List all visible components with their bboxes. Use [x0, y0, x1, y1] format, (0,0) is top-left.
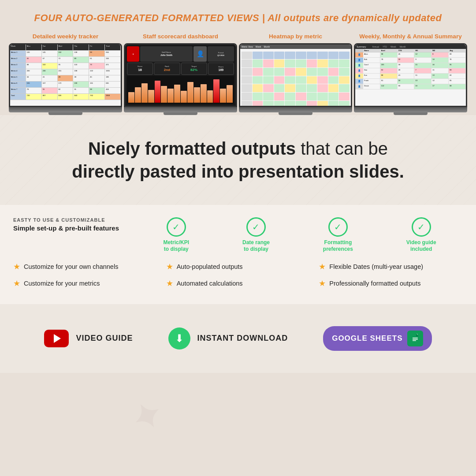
instant-download-item[interactable]: ⬇ INSTANT DOWNLOAD: [168, 327, 288, 350]
laptop-screen-dashboard: ● Staff Name John Smith 👤 Period Q3 2024: [124, 43, 237, 107]
features-col1: ★ Customize for your own channels ★ Cust…: [13, 262, 157, 292]
laptop-label-weekly: Detailed weekly tracker: [33, 33, 98, 41]
laptop-label-dashboard: Staff scorecard dashboard: [143, 33, 218, 41]
middle-section: Nicely formatted outputs that can be dir…: [0, 115, 476, 205]
features-left: EASTY TO USE & CUSTOMIZABLE Simple set-u…: [13, 217, 137, 239]
google-sheets-badge: GOOGLE SHEETS: [323, 326, 431, 351]
feature-label-metrics: Customize for your metrics: [24, 280, 100, 287]
main-text-normal: that can be: [296, 139, 388, 158]
laptop-screen-summary: SummaryAnnualYTDWeekMonth Name Annl YTD …: [354, 43, 467, 107]
google-sheets-icon: [407, 331, 423, 346]
check-label-date: Date rangeto display: [242, 239, 270, 253]
laptop-screen-weekly: WeekMonTueWedThuFriTotal Metric 11201451…: [9, 43, 122, 107]
laptops-section: Detailed weekly tracker WeekMonTueWedThu…: [0, 28, 476, 115]
check-circle-metric: ✓: [167, 217, 186, 237]
simple-label: Simple set-up & pre-built features: [13, 224, 128, 232]
laptop-weekly: Detailed weekly tracker WeekMonTueWedThu…: [9, 33, 122, 115]
header-static: FOUR AUTO-GENERATED FORMATTED VIEWS |: [34, 12, 268, 23]
feature-flexible-dates: ★ Flexible Dates (multi-year usage): [319, 262, 463, 271]
features-col2: ★ Auto-populated outputs ★ Automated cal…: [166, 262, 310, 292]
features-top: EASTY TO USE & CUSTOMIZABLE Simple set-u…: [13, 217, 463, 253]
laptop-wrapper-heatmap: Metric ViewWeekMonth: [239, 43, 352, 115]
laptop-dashboard: Staff scorecard dashboard ● Staff Name J…: [124, 33, 237, 115]
svg-rect-1: [413, 338, 418, 338]
easy-label: EASTY TO USE & CUSTOMIZABLE: [13, 217, 128, 223]
check-video: ✓ Video guideincluded: [406, 217, 436, 253]
check-label-metric: Metric/KPIto display: [163, 239, 189, 253]
feature-metrics: ★ Customize for your metrics: [13, 279, 157, 288]
check-circle-date: ✓: [246, 217, 266, 237]
check-metric: ✓ Metric/KPIto display: [163, 217, 189, 253]
check-circle-video: ✓: [412, 217, 431, 237]
header-title: FOUR AUTO-GENERATED FORMATTED VIEWS | Al…: [18, 12, 458, 24]
bottom-section: VIDEO GUIDE ⬇ INSTANT DOWNLOAD GOOGLE SH…: [0, 304, 476, 373]
check-formatting: ✓ Formattingpreferences: [323, 217, 353, 253]
video-guide-label: VIDEO GUIDE: [76, 334, 133, 343]
star-icon-5: ★: [319, 262, 326, 271]
laptop-summary: Weekly, Monthly & Annual Summary Summary…: [354, 33, 467, 115]
svg-rect-2: [413, 339, 418, 340]
feature-pro-formatted: ★ Professionally formatted outputs: [319, 279, 463, 288]
feature-label-auto-populated: Auto-populated outputs: [177, 263, 243, 270]
instant-download-label: INSTANT DOWNLOAD: [197, 334, 288, 343]
laptop-heatmap: Heatmap by metric Metric ViewWeekMonth: [239, 33, 352, 115]
check-date: ✓ Date rangeto display: [242, 217, 270, 253]
feature-label-channels: Customize for your own channels: [24, 263, 118, 270]
features-section: EASTY TO USE & CUSTOMIZABLE Simple set-u…: [0, 205, 476, 304]
header-dynamic: All outputs are dynamically updated: [268, 12, 442, 23]
laptop-label-summary: Weekly, Monthly & Annual Summary: [359, 33, 461, 41]
feature-calculations: ★ Automated calculations: [166, 279, 310, 288]
google-sheets-label: GOOGLE SHEETS: [332, 334, 402, 343]
main-text-line2: directly pasted into presentation slides…: [72, 162, 404, 181]
svg-rect-3: [413, 340, 416, 341]
check-circle-formatting: ✓: [328, 217, 348, 237]
laptop-screen-heatmap: Metric ViewWeekMonth: [239, 43, 352, 107]
google-sheets-item[interactable]: GOOGLE SHEETS: [323, 326, 431, 351]
star-icon-1: ★: [13, 262, 20, 271]
header-section: FOUR AUTO-GENERATED FORMATTED VIEWS | Al…: [0, 0, 476, 28]
features-bottom: ★ Customize for your own channels ★ Cust…: [13, 262, 463, 292]
check-label-formatting: Formattingpreferences: [323, 239, 353, 253]
youtube-play-triangle: [54, 334, 61, 343]
feature-auto-populated: ★ Auto-populated outputs: [166, 262, 310, 271]
laptop-wrapper-weekly: WeekMonTueWedThuFriTotal Metric 11201451…: [9, 43, 122, 115]
star-icon-4: ★: [166, 279, 173, 288]
star-icon-2: ★: [13, 279, 20, 288]
feature-label-calculations: Automated calculations: [177, 280, 243, 287]
main-text: Nicely formatted outputs that can be dir…: [35, 137, 441, 183]
feature-label-pro-formatted: Professionally formatted outputs: [329, 280, 420, 287]
youtube-icon: [44, 330, 69, 347]
laptop-wrapper-dashboard: ● Staff Name John Smith 👤 Period Q3 2024: [124, 43, 237, 115]
features-col3: ★ Flexible Dates (multi-year usage) ★ Pr…: [319, 262, 463, 292]
laptop-wrapper-summary: SummaryAnnualYTDWeekMonth Name Annl YTD …: [354, 43, 467, 115]
laptop-label-heatmap: Heatmap by metric: [269, 33, 322, 41]
main-text-bold: Nicely formatted outputs: [88, 139, 296, 158]
star-icon-3: ★: [166, 262, 173, 271]
check-label-video: Video guideincluded: [406, 239, 436, 253]
download-icon: ⬇: [168, 327, 190, 350]
feature-channels: ★ Customize for your own channels: [13, 262, 157, 271]
star-icon-6: ★: [319, 279, 326, 288]
feature-label-flexible-dates: Flexible Dates (multi-year usage): [329, 263, 423, 270]
checkmarks-row: ✓ Metric/KPIto display ✓ Date rangeto di…: [137, 217, 463, 253]
video-guide-item[interactable]: VIDEO GUIDE: [44, 330, 133, 347]
